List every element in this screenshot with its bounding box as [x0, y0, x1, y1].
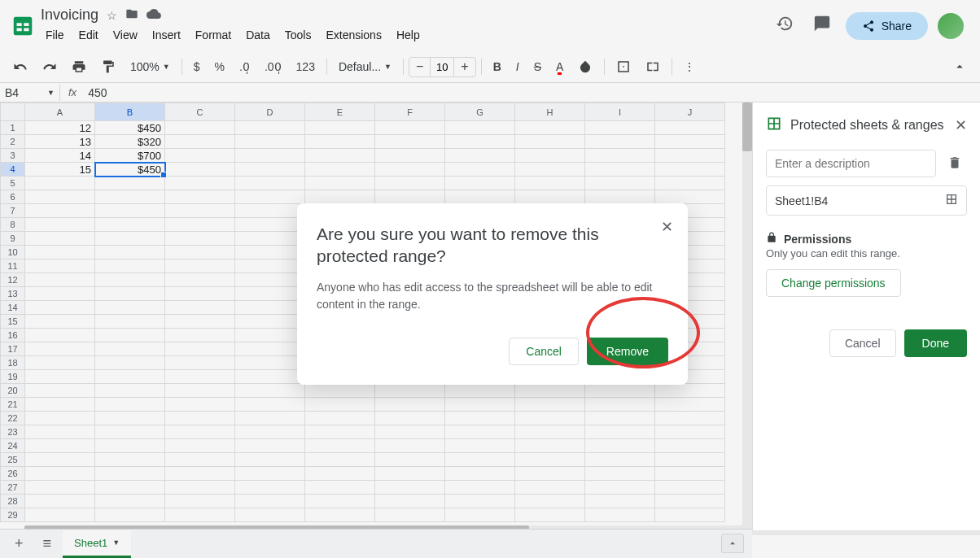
modal-body: Anyone who has edit access to the spread…: [317, 279, 668, 313]
modal-title: Are you sure you want to remove this pro…: [317, 223, 668, 268]
confirm-remove-modal: ✕ Are you sure you want to remove this p…: [297, 203, 688, 385]
modal-remove-button[interactable]: Remove: [587, 338, 668, 365]
modal-cancel-button[interactable]: Cancel: [509, 338, 579, 365]
close-icon[interactable]: ✕: [661, 218, 673, 236]
